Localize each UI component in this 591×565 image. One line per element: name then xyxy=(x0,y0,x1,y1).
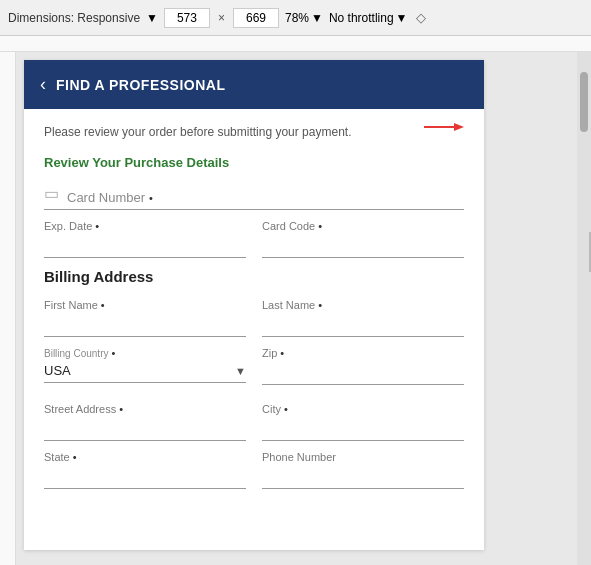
page-header: ‹ FIND A PROFESSIONAL xyxy=(24,60,484,109)
dimension-separator: × xyxy=(216,11,227,25)
height-input[interactable] xyxy=(233,8,279,28)
main-area: ‹ FIND A PROFESSIONAL Please review your… xyxy=(0,52,591,565)
zoom-control[interactable]: 78% ▼ xyxy=(285,11,323,25)
country-zip-row: Billing Country • USA ▼ Zip • xyxy=(44,347,464,393)
last-name-input[interactable] xyxy=(262,313,464,337)
card-code-input[interactable] xyxy=(262,234,464,258)
street-address-field: Street Address • xyxy=(44,403,246,441)
ruler-left xyxy=(0,52,16,565)
responsive-dropdown[interactable]: ▼ xyxy=(146,11,158,25)
ruler-top xyxy=(0,36,591,52)
billing-country-value: USA xyxy=(44,363,71,378)
section-title: Review Your Purchase Details xyxy=(44,155,464,170)
zip-field: Zip • xyxy=(262,347,464,393)
city-field: City • xyxy=(262,403,464,441)
billing-address-title: Billing Address xyxy=(44,268,464,285)
card-code-field: Card Code • xyxy=(262,220,464,258)
first-name-input[interactable] xyxy=(44,313,246,337)
card-number-row: ▭ Card Number • xyxy=(44,184,464,210)
city-label: City • xyxy=(262,403,464,415)
responsive-label: Dimensions: Responsive xyxy=(8,11,140,25)
back-button[interactable]: ‹ xyxy=(40,74,46,95)
state-input[interactable] xyxy=(44,465,246,489)
street-address-label: Street Address • xyxy=(44,403,246,415)
address-city-row: Street Address • City • xyxy=(44,403,464,441)
city-input[interactable] xyxy=(262,417,464,441)
width-input[interactable] xyxy=(164,8,210,28)
page: ‹ FIND A PROFESSIONAL Please review your… xyxy=(24,60,484,550)
billing-country-label: Billing Country • xyxy=(44,347,246,359)
zip-input[interactable] xyxy=(262,361,464,385)
exp-date-input[interactable] xyxy=(44,234,246,258)
first-name-field: First Name • xyxy=(44,299,246,337)
last-name-label: Last Name • xyxy=(262,299,464,311)
card-code-label: Card Code • xyxy=(262,220,464,232)
billing-country-select[interactable]: USA ▼ xyxy=(44,359,246,382)
zoom-value: 78% xyxy=(285,11,309,25)
state-label: State • xyxy=(44,451,246,463)
throttle-control[interactable]: No throttling ▼ xyxy=(329,11,408,25)
exp-date-label: Exp. Date • xyxy=(44,220,246,232)
credit-card-icon: ▭ xyxy=(44,184,59,203)
state-field: State • xyxy=(44,451,246,489)
street-address-input[interactable] xyxy=(44,417,246,441)
first-name-label: First Name • xyxy=(44,299,246,311)
scrollbar[interactable] xyxy=(577,52,591,565)
billing-country-field: Billing Country • USA ▼ xyxy=(44,347,246,393)
zoom-arrow: ▼ xyxy=(311,11,323,25)
svg-marker-1 xyxy=(454,123,464,131)
exp-card-row: Exp. Date • Card Code • xyxy=(44,220,464,258)
scrollbar-thumb[interactable] xyxy=(580,72,588,132)
page-container: ‹ FIND A PROFESSIONAL Please review your… xyxy=(16,52,577,565)
zip-label: Zip • xyxy=(262,347,464,359)
card-number-label: Card Number • xyxy=(67,190,153,205)
phone-label: Phone Number xyxy=(262,451,464,463)
settings-icon[interactable]: ◇ xyxy=(413,10,429,26)
last-name-field: Last Name • xyxy=(262,299,464,337)
responsive-arrow: ▼ xyxy=(146,11,158,25)
chevron-down-icon: ▼ xyxy=(235,365,246,377)
page-body: Please review your order before submitti… xyxy=(24,109,484,515)
review-text: Please review your order before submitti… xyxy=(44,125,464,139)
page-title: FIND A PROFESSIONAL xyxy=(56,77,225,93)
phone-field: Phone Number xyxy=(262,451,464,489)
toolbar: Dimensions: Responsive ▼ × 78% ▼ No thro… xyxy=(0,0,591,36)
red-arrow-decoration xyxy=(424,120,464,134)
billing-country-select-wrapper: Billing Country • USA ▼ xyxy=(44,347,246,383)
name-row: First Name • Last Name • xyxy=(44,299,464,337)
phone-input[interactable] xyxy=(262,465,464,489)
throttle-arrow: ▼ xyxy=(396,11,408,25)
state-phone-row: State • Phone Number xyxy=(44,451,464,489)
exp-date-field: Exp. Date • xyxy=(44,220,246,258)
throttle-label: No throttling xyxy=(329,11,394,25)
